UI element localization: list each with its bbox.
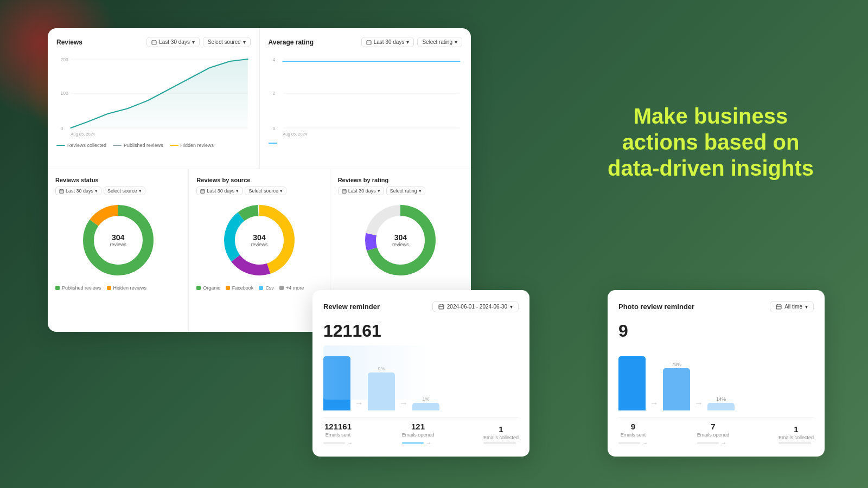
photo-arrow1: → bbox=[650, 399, 659, 410]
photo-arrow-icon2: → bbox=[721, 440, 726, 446]
review-reminder-card: Review reminder 2024-06-01 - 2024-06-30 … bbox=[312, 290, 529, 457]
avg-rating-date-label: Last 30 days bbox=[374, 39, 405, 45]
reviews-chart: Reviews Last 30 days ▾ Select source ▾ bbox=[48, 28, 260, 169]
svg-text:2: 2 bbox=[272, 91, 275, 96]
review-reminder-bars: → 0% → 1% bbox=[323, 345, 519, 410]
svg-text:4: 4 bbox=[272, 57, 275, 62]
reviews-chart-title: Reviews bbox=[56, 38, 82, 46]
svg-rect-36 bbox=[342, 189, 346, 192]
review-reminder-header: Review reminder 2024-06-01 - 2024-06-30 … bbox=[323, 301, 519, 312]
chevron-down-icon3: ▾ bbox=[406, 39, 409, 45]
legend-facebook: Facebook bbox=[226, 285, 254, 291]
chevron-down-icon2: ▾ bbox=[243, 39, 246, 45]
arrow-separator2: → bbox=[399, 399, 408, 410]
avg-rating-legend bbox=[269, 143, 463, 144]
legend-more: +4 more bbox=[279, 285, 304, 291]
review-reminder-date: 2024-06-01 - 2024-06-30 bbox=[447, 304, 507, 310]
photo-metric-sent: 9 Emails sent → bbox=[618, 422, 648, 446]
reviews-status-title: Reviews status bbox=[55, 177, 181, 183]
chevron-down-icon6: ▾ bbox=[805, 304, 808, 310]
reviews-date-label: Last 30 days bbox=[159, 39, 190, 45]
review-reminder-date-filter[interactable]: 2024-06-01 - 2024-06-30 ▾ bbox=[432, 301, 519, 312]
reviews-rating-donut: 304 reviews bbox=[360, 200, 441, 281]
svg-rect-0 bbox=[152, 41, 156, 44]
calendar-icon5 bbox=[342, 189, 347, 194]
chevron-down-icon4: ▾ bbox=[455, 39, 457, 45]
photo-metric-opened: 7 Emails opened → bbox=[697, 422, 730, 446]
calendar-icon4 bbox=[200, 189, 205, 194]
reviews-source-filter2[interactable]: Select source ▾ bbox=[245, 187, 286, 195]
calendar-icon7 bbox=[776, 304, 782, 310]
svg-text:0: 0 bbox=[61, 126, 63, 131]
svg-text:Aug 05, 2024: Aug 05, 2024 bbox=[71, 132, 95, 137]
metric-emails-collected: 1 Emails collected bbox=[483, 425, 519, 444]
reviews-by-source-controls: Last 30 days ▾ Select source ▾ bbox=[196, 187, 322, 195]
photo-arrow-icon1: → bbox=[642, 440, 648, 446]
review-reminder-metrics: 121161 Emails sent → 121 Emails opened →… bbox=[323, 417, 519, 446]
avg-rating-header: Average rating Last 30 days ▾ Select rat… bbox=[269, 37, 463, 47]
reviews-source-legend: Organic Facebook Csv +4 more bbox=[196, 285, 322, 291]
reviews-date-filter[interactable]: Last 30 days ▾ bbox=[146, 37, 200, 47]
svg-rect-22 bbox=[60, 189, 63, 192]
photo-review-date: All time bbox=[784, 304, 802, 310]
photo-bar-sent bbox=[618, 356, 646, 410]
reviews-source-date-filter2[interactable]: Last 30 days ▾ bbox=[196, 187, 242, 195]
avg-rating-chart: Average rating Last 30 days ▾ Select rat… bbox=[260, 28, 471, 169]
top-charts-row: Reviews Last 30 days ▾ Select source ▾ bbox=[48, 28, 471, 169]
arrow-icon1: → bbox=[347, 440, 353, 446]
donut-svg-rating bbox=[360, 200, 441, 281]
headline-section: Make businessactions based ondata-driven… bbox=[597, 28, 825, 256]
reviews-rating-date-filter[interactable]: Last 30 days ▾ bbox=[338, 187, 384, 195]
arrow-icon2: → bbox=[426, 440, 431, 446]
headline-line1: Make businessactions based ondata-driven… bbox=[608, 104, 814, 180]
avg-rating-date-filter[interactable]: Last 30 days ▾ bbox=[361, 37, 414, 47]
avg-rating-line-chart: 4 2 0 Aug 05, 2024 bbox=[269, 52, 463, 138]
donut-svg-status bbox=[78, 200, 159, 281]
photo-review-header: Photo review reminder All time ▾ bbox=[618, 301, 814, 312]
reviews-legend: Reviews collected Published reviews Hidd… bbox=[56, 143, 251, 148]
reviews-rating-filter[interactable]: Select rating ▾ bbox=[386, 187, 425, 195]
reviews-chart-controls: Last 30 days ▾ Select source ▾ bbox=[146, 37, 250, 47]
bar-emails-sent bbox=[323, 356, 350, 410]
svg-rect-47 bbox=[776, 305, 781, 309]
review-reminder-big-number: 121161 bbox=[323, 321, 519, 341]
reviews-status-legend: Published reviews Hidden reviews bbox=[55, 285, 181, 291]
legend-hidden-reviews: Hidden reviews bbox=[170, 143, 214, 148]
legend-organic: Organic bbox=[196, 285, 220, 291]
legend-published-reviews: Published reviews bbox=[113, 143, 163, 148]
photo-review-bars: → 78% → 14% bbox=[618, 345, 814, 410]
reviews-source-label: Select source bbox=[208, 39, 241, 45]
reviews-status-date-filter[interactable]: Last 30 days ▾ bbox=[55, 187, 101, 195]
bar-opened-pct: 0% bbox=[378, 366, 385, 371]
reviews-line-chart: 200 100 0 Aug 05, 2024 bbox=[56, 52, 251, 138]
photo-arrow2: → bbox=[694, 399, 703, 410]
photo-metric-collected: 1 Emails collected bbox=[778, 425, 814, 444]
bar-collected-pct: 1% bbox=[422, 396, 429, 402]
svg-text:Aug 05, 2024: Aug 05, 2024 bbox=[283, 132, 307, 137]
svg-text:0: 0 bbox=[272, 126, 275, 131]
legend-csv: Csv bbox=[259, 285, 274, 291]
avg-rating-filter[interactable]: Select rating ▾ bbox=[417, 37, 462, 47]
donut-svg-source bbox=[219, 200, 300, 281]
bar-emails-opened: 0% bbox=[368, 366, 395, 410]
calendar-icon3 bbox=[59, 189, 64, 194]
photo-review-metrics: 9 Emails sent → 7 Emails opened → 1 Emai… bbox=[618, 417, 814, 446]
svg-rect-28 bbox=[201, 189, 205, 192]
headline-text: Make businessactions based ondata-driven… bbox=[608, 103, 814, 181]
legend-reviews-collected: Reviews collected bbox=[56, 143, 106, 148]
reviews-source-filter[interactable]: Select source ▾ bbox=[203, 37, 251, 47]
calendar-icon bbox=[151, 40, 157, 45]
calendar-icon6 bbox=[438, 304, 444, 310]
reviews-status-donut: 304 reviews bbox=[78, 200, 159, 281]
bar-emails-collected: 1% bbox=[412, 396, 439, 410]
reviews-status-source-filter[interactable]: Select source ▾ bbox=[104, 187, 145, 195]
photo-review-date-filter[interactable]: All time ▾ bbox=[770, 301, 814, 312]
svg-text:100: 100 bbox=[61, 91, 68, 96]
svg-text:200: 200 bbox=[61, 57, 68, 62]
review-reminder-title: Review reminder bbox=[323, 303, 380, 311]
svg-rect-11 bbox=[367, 41, 371, 44]
photo-review-big-number: 9 bbox=[618, 321, 814, 341]
avg-rating-title: Average rating bbox=[269, 38, 314, 46]
legend-avg-line bbox=[269, 143, 277, 144]
arrow-separator1: → bbox=[355, 399, 363, 410]
